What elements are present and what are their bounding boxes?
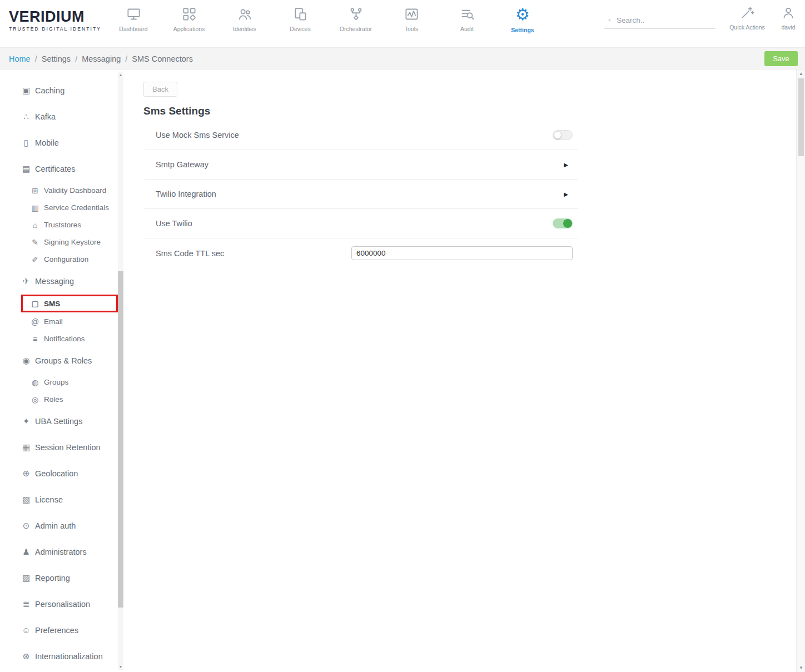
use-mock-sms-service-toggle[interactable]	[553, 130, 573, 140]
page-scrollbar-thumb[interactable]	[798, 78, 804, 156]
sidebar-item-sms-active-highlighted[interactable]: ▢SMS	[21, 295, 118, 312]
nav-item-applications[interactable]: Applications	[161, 6, 217, 33]
breadcrumb-settings[interactable]: Settings	[42, 54, 71, 63]
sidebar-item-admin-auth[interactable]: ⊙Admin auth	[0, 512, 130, 539]
setting-label: Twilio Integration	[156, 190, 216, 198]
truststores-icon: ⌂	[29, 221, 41, 230]
save-button[interactable]: Save	[764, 51, 798, 66]
sidebar-item-signing-keystore[interactable]: ✎Signing Keystore	[0, 233, 130, 251]
nav-item-dashboard[interactable]: Dashboard	[106, 6, 161, 33]
setting-label: Use Mock Sms Service	[156, 131, 239, 140]
nav-item-tools[interactable]: Tools	[384, 6, 439, 33]
sidebar-list: ▣Caching ∴Kafka ▯Mobile ▤Certificates ⊞V…	[0, 69, 130, 672]
uba-settings-icon: ✦	[20, 416, 32, 426]
breadcrumb-bar: Home / Settings / Messaging / SMS Connec…	[0, 48, 805, 69]
sidebar-item-external-pin[interactable]: ✧External PIN	[0, 669, 130, 672]
nav-item-identities[interactable]: Identities	[217, 6, 272, 33]
breadcrumb-separator: /	[75, 54, 77, 63]
scroll-down-icon[interactable]: ▼	[797, 665, 805, 670]
nav-label: Orchestrator	[340, 26, 372, 32]
sidebar-item-certificates[interactable]: ▤Certificates	[0, 156, 130, 182]
sidebar-item-personalisation[interactable]: ≣Personalisation	[0, 591, 130, 617]
personalisation-icon: ≣	[20, 599, 32, 609]
sidebar-scrollbar[interactable]: ▲ ▼	[118, 72, 123, 670]
sidebar-item-label: Kafka	[35, 112, 56, 121]
sidebar-item-kafka[interactable]: ∴Kafka	[0, 103, 130, 130]
sidebar-item-label: Mobile	[35, 138, 59, 147]
scroll-up-icon[interactable]: ▲	[797, 71, 805, 76]
nav-label: Settings	[511, 27, 534, 33]
sidebar-item-roles[interactable]: ◎Roles	[0, 391, 130, 408]
sidebar-item-label: Service Credentials	[44, 203, 109, 212]
sidebar-item-label: Configuration	[44, 255, 88, 263]
sidebar-item-caching[interactable]: ▣Caching	[0, 77, 130, 103]
sidebar-item-messaging[interactable]: ✈Messaging	[0, 268, 130, 294]
breadcrumb-messaging[interactable]: Messaging	[82, 54, 121, 63]
breadcrumb-current: SMS Connectors	[132, 54, 193, 63]
sidebar-item-label: Admin auth	[35, 521, 76, 530]
messaging-icon: ✈	[20, 276, 32, 286]
toggle-knob	[563, 219, 572, 228]
sidebar-item-label: Certificates	[35, 165, 76, 173]
scroll-down-icon[interactable]: ▼	[118, 665, 123, 669]
veridium-logo[interactable]: VERIDIUM TRUSTED DIGITAL IDENTITY	[9, 8, 101, 32]
scroll-up-icon[interactable]: ▲	[118, 73, 123, 77]
sidebar-item-label: Administrators	[35, 547, 87, 556]
setting-row-use-twilio: Use Twilio	[145, 209, 578, 238]
sidebar-item-preferences[interactable]: ☺Preferences	[0, 617, 130, 643]
page-title: Sms Settings	[143, 105, 796, 117]
sidebar-item-notifications[interactable]: ≡Notifications	[0, 330, 130, 347]
user-menu[interactable]: david	[774, 6, 803, 31]
sms-code-ttl-input[interactable]	[351, 246, 573, 260]
breadcrumb: Home / Settings / Messaging / SMS Connec…	[9, 48, 193, 69]
sidebar-item-mobile[interactable]: ▯Mobile	[0, 130, 130, 156]
sidebar-item-label: Roles	[44, 395, 63, 404]
nav-item-settings[interactable]: ⚙ Settings	[495, 6, 550, 33]
expand-arrow-icon[interactable]: ▶	[564, 162, 568, 168]
sidebar-item-reporting[interactable]: ▨Reporting	[0, 565, 130, 591]
sidebar-item-label: Preferences	[35, 626, 78, 635]
nav-item-orchestrator[interactable]: Orchestrator	[328, 6, 384, 33]
mobile-icon: ▯	[20, 138, 32, 148]
session-retention-icon: ▦	[20, 442, 32, 452]
sidebar-item-truststores[interactable]: ⌂Truststores	[0, 216, 130, 233]
setting-row-smtp-gateway[interactable]: Smtp Gateway ▶	[145, 150, 578, 180]
sidebar-item-groups[interactable]: ◍Groups	[0, 374, 130, 391]
kafka-icon: ∴	[20, 112, 32, 122]
breadcrumb-home[interactable]: Home	[9, 54, 31, 63]
sidebar-item-label: Messaging	[35, 277, 74, 286]
search-icon	[608, 16, 611, 25]
nav-label: Identities	[233, 26, 256, 32]
sidebar-item-geolocation[interactable]: ⊕Geolocation	[0, 460, 130, 486]
sidebar-item-groups-roles[interactable]: ◉Groups & Roles	[0, 347, 130, 374]
sidebar-item-uba-settings[interactable]: ✦UBA Settings	[0, 408, 130, 434]
sidebar-item-label: Internationalization	[35, 652, 103, 661]
sidebar-item-label: Session Retention	[35, 443, 101, 452]
use-twilio-toggle[interactable]	[553, 218, 573, 228]
sidebar-item-session-retention[interactable]: ▦Session Retention	[0, 434, 130, 460]
tools-icon	[404, 7, 419, 22]
license-icon: ▧	[20, 495, 32, 505]
nav-label: Tools	[405, 26, 419, 32]
nav-item-devices[interactable]: Devices	[272, 6, 328, 33]
setting-label: Smtp Gateway	[156, 160, 208, 169]
sidebar-item-internationalization[interactable]: ⊛Internationalization	[0, 643, 130, 669]
sidebar-scrollbar-thumb[interactable]	[118, 271, 123, 608]
nav-item-audit[interactable]: Audit	[439, 6, 495, 33]
logo-tagline: TRUSTED DIGITAL IDENTITY	[9, 26, 101, 32]
page-scrollbar[interactable]: ▲ ▼	[796, 69, 805, 672]
expand-arrow-icon[interactable]: ▶	[564, 191, 568, 197]
back-button[interactable]: Back	[143, 82, 177, 97]
sidebar-item-label: Validity Dashboard	[44, 186, 106, 195]
user-icon	[781, 6, 796, 20]
quick-actions-button[interactable]: Quick Actions	[727, 6, 767, 31]
search-input[interactable]	[617, 16, 715, 24]
sidebar-item-configuration[interactable]: ✐Configuration	[0, 251, 130, 268]
roles-icon: ◎	[29, 395, 41, 404]
sidebar-item-validity-dashboard[interactable]: ⊞Validity Dashboard	[0, 182, 130, 199]
setting-row-twilio-integration[interactable]: Twilio Integration ▶	[145, 180, 578, 209]
sidebar-item-service-credentials[interactable]: ▥Service Credentials	[0, 199, 130, 216]
sidebar-item-administrators[interactable]: ♟Administrators	[0, 539, 130, 565]
sidebar-item-email[interactable]: @Email	[0, 313, 130, 330]
sidebar-item-license[interactable]: ▧License	[0, 486, 130, 512]
